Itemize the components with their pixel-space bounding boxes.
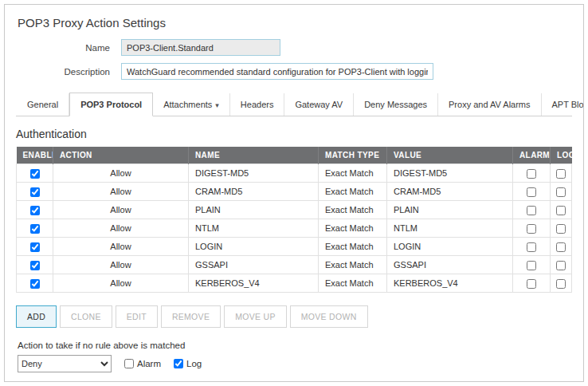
log-checkbox[interactable] [556, 206, 566, 215]
tab-proxy-and-av-alarms[interactable]: Proxy and AV Alarms [438, 93, 542, 116]
no-match-alarm[interactable]: Alarm [124, 359, 161, 368]
log-cell [551, 183, 572, 201]
alarm-cell [513, 256, 551, 274]
match-type-cell: Exact Match [319, 238, 387, 256]
log-checkbox[interactable] [556, 169, 566, 179]
log-checkbox[interactable] [556, 187, 566, 197]
column-header-enabled: ENABLED [17, 147, 53, 164]
dropdown-caret-icon: ▾ [215, 101, 219, 109]
action-cell: Allow [53, 164, 189, 183]
no-match-action-select[interactable]: Deny [18, 355, 112, 372]
authentication-table: ENABLEDACTIONNAMEMATCH TYPEVALUEALARMLOG… [16, 147, 572, 293]
edit-button[interactable]: EDIT [116, 305, 158, 328]
settings-panel: POP3 Proxy Action Settings Name Descript… [4, 4, 584, 382]
log-cell [551, 274, 572, 293]
no-match-log[interactable]: Log [174, 359, 202, 368]
table-row[interactable]: AllowLOGINExact MatchLOGIN [17, 238, 572, 256]
match-type-cell: Exact Match [319, 183, 387, 201]
match-type-cell: Exact Match [319, 201, 387, 219]
enabled-cell [17, 201, 53, 219]
alarm-checkbox[interactable] [527, 261, 536, 270]
alarm-cell [513, 274, 551, 293]
log-cell [551, 219, 572, 238]
enabled-cell [17, 274, 53, 293]
table-row[interactable]: AllowNTLMExact MatchNTLM [17, 219, 572, 238]
alarm-checkbox[interactable] [527, 279, 536, 289]
match-type-cell: Exact Match [319, 274, 387, 293]
enabled-checkbox[interactable] [30, 242, 40, 252]
enabled-checkbox[interactable] [30, 187, 40, 197]
table-row[interactable]: AllowPLAINExact MatchPLAIN [17, 201, 572, 219]
description-row: Description [16, 63, 572, 80]
log-checkbox[interactable] [556, 242, 566, 252]
tab-gateway-av[interactable]: Gateway AV [284, 93, 354, 116]
action-cell: Allow [53, 238, 189, 256]
tab-apt-blocker[interactable]: APT Blocker [542, 93, 584, 116]
no-match-log-checkbox[interactable] [174, 359, 183, 368]
move-down-button[interactable]: MOVE DOWN [290, 305, 368, 328]
table-toolbar: ADDCLONEEDITREMOVEMOVE UPMOVE DOWN [16, 305, 572, 328]
name-field[interactable] [121, 39, 280, 56]
action-cell: Allow [53, 183, 189, 201]
name-label: Name [16, 43, 110, 53]
alarm-checkbox[interactable] [527, 206, 536, 215]
tab-general[interactable]: General [16, 93, 69, 116]
alarm-cell [513, 164, 551, 183]
table-row[interactable]: AllowDIGEST-MD5Exact MatchDIGEST-MD5 [17, 164, 572, 183]
enabled-checkbox[interactable] [30, 261, 40, 270]
description-field[interactable] [121, 63, 433, 80]
action-cell: Allow [53, 256, 189, 274]
enabled-checkbox[interactable] [30, 169, 40, 179]
alarm-cell [513, 201, 551, 219]
table-header-row: ENABLEDACTIONNAMEMATCH TYPEVALUEALARMLOG [17, 147, 572, 164]
table-row[interactable]: AllowCRAM-MD5Exact MatchCRAM-MD5 [17, 183, 572, 201]
clone-button[interactable]: CLONE [60, 305, 112, 328]
enabled-checkbox[interactable] [30, 224, 40, 234]
alarm-checkbox[interactable] [527, 169, 536, 179]
value-cell: LOGIN [387, 238, 513, 256]
enabled-cell [17, 256, 53, 274]
action-cell: Allow [53, 201, 189, 219]
alarm-checkbox[interactable] [527, 224, 536, 234]
column-header-action: ACTION [53, 147, 189, 164]
add-button[interactable]: ADD [16, 305, 57, 328]
log-cell [551, 256, 572, 274]
table-row[interactable]: AllowGSSAPIExact MatchGSSAPI [17, 256, 572, 274]
value-cell: GSSAPI [387, 256, 513, 274]
tab-deny-messages[interactable]: Deny Messages [354, 93, 438, 116]
table-row[interactable]: AllowKERBEROS_V4Exact MatchKERBEROS_V4 [17, 274, 572, 293]
tab-headers[interactable]: Headers [230, 93, 285, 116]
log-cell [551, 201, 572, 219]
match-type-cell: Exact Match [319, 164, 387, 183]
alarm-checkbox[interactable] [527, 187, 536, 197]
tab-attachments[interactable]: Attachments▾ [153, 93, 230, 116]
value-cell: CRAM-MD5 [387, 183, 513, 201]
value-cell: PLAIN [387, 201, 513, 219]
name-row: Name [16, 39, 572, 56]
match-type-cell: Exact Match [319, 219, 387, 238]
no-match-alarm-checkbox[interactable] [124, 359, 134, 368]
enabled-checkbox[interactable] [30, 279, 40, 289]
alarm-checkbox[interactable] [527, 242, 536, 252]
log-checkbox[interactable] [556, 224, 566, 234]
tab-bar: GeneralPOP3 ProtocolAttachments▾HeadersG… [16, 93, 572, 116]
section-title-authentication: Authentication [16, 128, 572, 140]
log-checkbox[interactable] [556, 279, 566, 289]
name-cell: PLAIN [189, 201, 319, 219]
enabled-checkbox[interactable] [30, 206, 40, 215]
column-header-match-type: MATCH TYPE [319, 147, 387, 164]
remove-button[interactable]: REMOVE [161, 305, 221, 328]
action-cell: Allow [53, 274, 189, 293]
name-cell: NTLM [189, 219, 319, 238]
no-match-alarm-label: Alarm [137, 359, 161, 368]
description-label: Description [16, 67, 110, 77]
tab-pop3-protocol[interactable]: POP3 Protocol [69, 93, 153, 116]
log-checkbox[interactable] [556, 261, 566, 270]
move-up-button[interactable]: MOVE UP [224, 305, 287, 328]
column-header-value: VALUE [387, 147, 513, 164]
alarm-cell [513, 183, 551, 201]
name-cell: CRAM-MD5 [189, 183, 319, 201]
alarm-cell [513, 238, 551, 256]
table-body: AllowDIGEST-MD5Exact MatchDIGEST-MD5Allo… [17, 164, 572, 293]
name-cell: GSSAPI [189, 256, 319, 274]
